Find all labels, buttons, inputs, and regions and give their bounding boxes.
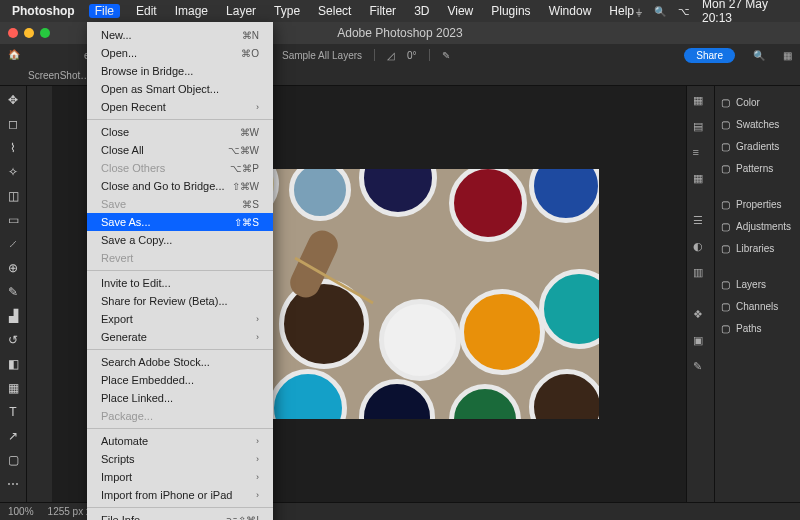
menu-file[interactable]: File <box>89 4 120 18</box>
menu-item-close-others: Close Others⌥⌘P <box>87 159 273 177</box>
menu-item-invite-to-edit[interactable]: Invite to Edit... <box>87 274 273 292</box>
panel-adjustments[interactable]: ▢Adjustments <box>721 218 794 234</box>
brush-tool-icon[interactable]: ✎ <box>5 284 21 300</box>
menu-item-automate[interactable]: Automate› <box>87 432 273 450</box>
search-icon[interactable]: 🔍 <box>753 50 765 61</box>
menu-item-open-as-smart-object[interactable]: Open as Smart Object... <box>87 80 273 98</box>
history-brush-icon[interactable]: ↺ <box>5 332 21 348</box>
eyedropper-tool-icon[interactable]: ⟋ <box>5 236 21 252</box>
panel-paths[interactable]: ▢Paths <box>721 320 794 336</box>
menu-item-generate[interactable]: Generate› <box>87 328 273 346</box>
panel-libraries[interactable]: ▢Libraries <box>721 240 794 256</box>
panel-channels[interactable]: ▢Channels <box>721 298 794 314</box>
menu-item-save-a-copy[interactable]: Save a Copy... <box>87 231 273 249</box>
paint-cup <box>359 379 435 419</box>
crop-tool-icon[interactable]: ◫ <box>5 188 21 204</box>
menu-item-search-adobe-stock[interactable]: Search Adobe Stock... <box>87 353 273 371</box>
collapsed-panel-rail: ▦ ▤ ≡ ▦ ☰ ◐ ▥ ❖ ▣ ✎ <box>686 86 714 502</box>
shape-tool-icon[interactable]: ▢ <box>5 452 21 468</box>
paint-cup <box>449 384 521 419</box>
menu-plugins[interactable]: Plugins <box>489 4 532 18</box>
menu-view[interactable]: View <box>445 4 475 18</box>
share-button[interactable]: Share <box>684 48 735 63</box>
paint-cup <box>379 299 461 381</box>
stamp-tool-icon[interactable]: ▟ <box>5 308 21 324</box>
menu-type[interactable]: Type <box>272 4 302 18</box>
menu-select[interactable]: Select <box>316 4 353 18</box>
rail-color-icon[interactable]: ▦ <box>693 94 709 110</box>
wifi-icon: ⏚ <box>636 6 642 17</box>
tools-extra-column <box>26 86 52 502</box>
panel-color[interactable]: ▢Color <box>721 94 794 110</box>
options-angle[interactable]: 0° <box>407 50 417 61</box>
menu-item-import[interactable]: Import› <box>87 468 273 486</box>
menu-3d[interactable]: 3D <box>412 4 431 18</box>
paint-cup <box>359 169 437 217</box>
menu-item-scripts[interactable]: Scripts› <box>87 450 273 468</box>
panel-swatches[interactable]: ▢Swatches <box>721 116 794 132</box>
rail-channels-icon[interactable]: ▣ <box>693 334 709 350</box>
menu-help[interactable]: Help <box>607 4 636 18</box>
menu-image[interactable]: Image <box>173 4 210 18</box>
rail-layers-icon[interactable]: ❖ <box>693 308 709 324</box>
menu-item-place-linked[interactable]: Place Linked... <box>87 389 273 407</box>
menu-item-browse-in-bridge[interactable]: Browse in Bridge... <box>87 62 273 80</box>
clock: Mon 27 May 20:13 <box>702 0 788 25</box>
panel-layers[interactable]: ▢Layers <box>721 276 794 292</box>
move-tool-icon[interactable]: ✥ <box>5 92 21 108</box>
patterns-icon: ▢ <box>721 163 730 174</box>
wand-tool-icon[interactable]: ✧ <box>5 164 21 180</box>
menu-item-close-and-go-to-bridge[interactable]: Close and Go to Bridge...⇧⌘W <box>87 177 273 195</box>
menu-item-import-from-iphone-or-ipad[interactable]: Import from iPhone or iPad› <box>87 486 273 504</box>
paint-cup <box>539 269 599 349</box>
paint-cup <box>459 289 545 375</box>
eraser-tool-icon[interactable]: ◧ <box>5 356 21 372</box>
menu-edit[interactable]: Edit <box>134 4 159 18</box>
menu-layer[interactable]: Layer <box>224 4 258 18</box>
type-tool-icon[interactable]: T <box>5 404 21 420</box>
panel-gradients[interactable]: ▢Gradients <box>721 138 794 154</box>
menu-item-file-info[interactable]: File Info...⌥⇧⌘I <box>87 511 273 520</box>
menu-item-share-for-review-beta[interactable]: Share for Review (Beta)... <box>87 292 273 310</box>
menu-item-open-recent[interactable]: Open Recent› <box>87 98 273 116</box>
zoom-level[interactable]: 100% <box>8 506 34 517</box>
home-icon[interactable]: 🏠 <box>8 49 20 61</box>
lasso-tool-icon[interactable]: ⌇ <box>5 140 21 156</box>
workspace-icon[interactable]: ▦ <box>783 50 792 61</box>
rail-adjustments-icon[interactable]: ◐ <box>693 240 709 256</box>
options-sample-all: Sample All Layers <box>282 50 362 61</box>
rail-paths-icon[interactable]: ✎ <box>693 360 709 376</box>
paint-cup <box>529 369 599 419</box>
path-tool-icon[interactable]: ↗ <box>5 428 21 444</box>
menu-item-place-embedded[interactable]: Place Embedded... <box>87 371 273 389</box>
rail-libraries-icon[interactable]: ▥ <box>693 266 709 282</box>
menu-filter[interactable]: Filter <box>367 4 398 18</box>
paint-cup <box>449 169 527 242</box>
frame-tool-icon[interactable]: ▭ <box>5 212 21 228</box>
heal-tool-icon[interactable]: ⊕ <box>5 260 21 276</box>
menu-item-close-all[interactable]: Close All⌥⌘W <box>87 141 273 159</box>
control-center-icon: ⌥ <box>678 6 690 17</box>
menu-item-open[interactable]: Open...⌘O <box>87 44 273 62</box>
menu-window[interactable]: Window <box>547 4 594 18</box>
paths-icon: ▢ <box>721 323 730 334</box>
pressure-icon[interactable]: ✎ <box>442 50 450 61</box>
window-traffic-lights[interactable] <box>8 28 50 38</box>
layers-icon: ▢ <box>721 279 730 290</box>
more-tools-icon[interactable]: ⋯ <box>5 476 21 492</box>
rail-properties-icon[interactable]: ☰ <box>693 214 709 230</box>
rail-swatches-icon[interactable]: ▤ <box>693 120 709 136</box>
menu-item-save-as[interactable]: Save As...⇧⌘S <box>87 213 273 231</box>
panel-patterns[interactable]: ▢Patterns <box>721 160 794 176</box>
paint-cup <box>289 169 351 221</box>
panel-properties[interactable]: ▢Properties <box>721 196 794 212</box>
menu-item-close[interactable]: Close⌘W <box>87 123 273 141</box>
rail-gradients-icon[interactable]: ≡ <box>693 146 709 162</box>
rail-patterns-icon[interactable]: ▦ <box>693 172 709 188</box>
gradient-tool-icon[interactable]: ▦ <box>5 380 21 396</box>
menu-item-export[interactable]: Export› <box>87 310 273 328</box>
menu-item-new[interactable]: New...⌘N <box>87 26 273 44</box>
marquee-tool-icon[interactable]: ◻ <box>5 116 21 132</box>
menu-item-revert: Revert <box>87 249 273 267</box>
menu-item-package: Package... <box>87 407 273 425</box>
